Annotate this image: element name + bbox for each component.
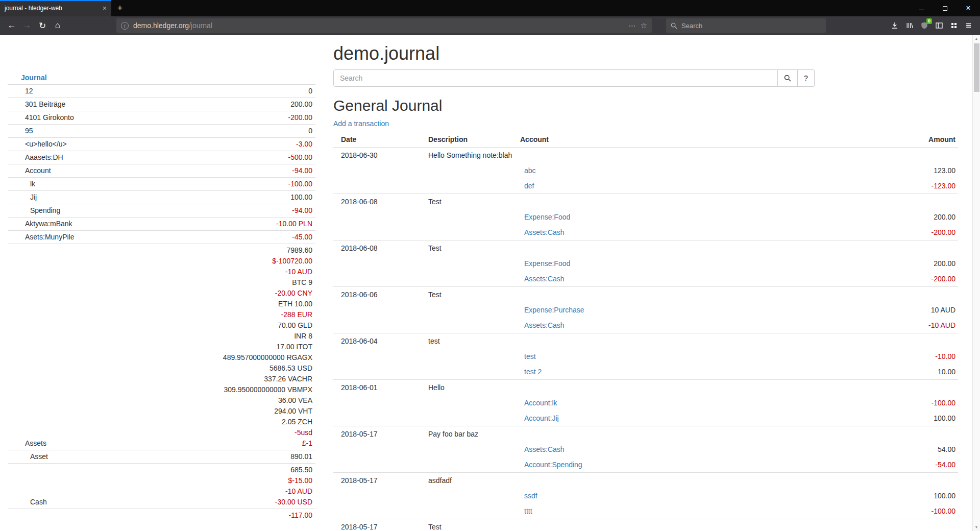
- reload-button[interactable]: ↻: [35, 18, 50, 33]
- account-name-link[interactable]: Cash: [8, 464, 137, 509]
- account-balance: -94.00: [137, 164, 315, 178]
- close-button[interactable]: ×: [957, 0, 980, 16]
- url-bar[interactable]: i demo.hledger.org/journal ⋯ ☆: [116, 18, 652, 33]
- browser-tab[interactable]: journal - hledger-web ×: [0, 0, 111, 16]
- posting-account-link[interactable]: tttt: [524, 507, 532, 515]
- menu-button[interactable]: ≡: [961, 18, 976, 33]
- account-name-link[interactable]: 4101 Girokonto: [8, 111, 137, 125]
- minimize-button[interactable]: [910, 0, 933, 16]
- forward-button[interactable]: →: [19, 18, 35, 33]
- account-name-link[interactable]: Asset: [8, 450, 137, 464]
- posting-account-link[interactable]: Assets:Cash: [524, 321, 565, 329]
- posting-spacer: [333, 395, 518, 411]
- search-help-button[interactable]: ?: [798, 69, 815, 87]
- transaction-row[interactable]: 2018-06-08Test: [333, 240, 958, 256]
- account-name-link[interactable]: 12: [8, 85, 137, 98]
- account-name-link[interactable]: 301 Beiträge: [8, 98, 137, 111]
- add-transaction-link[interactable]: Add a transaction: [333, 119, 389, 128]
- scrollbar-thumb[interactable]: [974, 43, 979, 92]
- apps-grid-button[interactable]: [946, 18, 961, 33]
- maximize-button[interactable]: [933, 0, 957, 16]
- transaction-description: Test: [426, 287, 958, 303]
- url-text: demo.hledger.org/journal: [133, 21, 624, 30]
- back-button[interactable]: ←: [4, 18, 19, 33]
- transaction-row[interactable]: 2018-06-01Hello: [333, 380, 958, 396]
- posting-account-link[interactable]: test: [524, 352, 536, 360]
- balance-amount: -5usd: [140, 427, 312, 438]
- sidebar-account-row: Aktywa:mBank-10.00 PLN: [8, 218, 315, 231]
- adblock-extension-button[interactable]: 0: [917, 18, 932, 33]
- transaction-row[interactable]: 2018-05-17Test: [333, 519, 958, 531]
- posting-account-link[interactable]: Account:Spending: [524, 461, 582, 469]
- transaction-row[interactable]: 2018-06-08Test: [333, 194, 958, 210]
- posting-row: Assets:Cash-200.00: [333, 225, 958, 240]
- restore-icon: [943, 6, 947, 11]
- balance-amount: -288 EUR: [140, 309, 312, 320]
- transaction-date: 2018-05-17: [333, 519, 426, 531]
- account-name-link[interactable]: Spending: [8, 204, 137, 218]
- posting-account-link[interactable]: test 2: [524, 368, 542, 376]
- library-button[interactable]: [902, 18, 917, 33]
- transaction-row[interactable]: 2018-06-04test: [333, 333, 958, 349]
- posting-account-link[interactable]: Expense:Purchase: [524, 306, 584, 314]
- balance-amount: £-1: [140, 438, 312, 449]
- account-name-link[interactable]: Account: [8, 164, 137, 178]
- page-scrollbar[interactable]: ▲ ▼: [972, 35, 980, 531]
- posting-spacer: [333, 442, 518, 457]
- page-actions-icon[interactable]: ⋯: [629, 21, 636, 30]
- downloads-button[interactable]: [887, 18, 902, 33]
- balance-amount: -94.00: [140, 205, 312, 216]
- account-name-link[interactable]: Aaasets:DH: [8, 151, 137, 164]
- bookmark-star-icon[interactable]: ☆: [641, 21, 647, 30]
- home-button[interactable]: ⌂: [50, 18, 65, 33]
- journal-nav-link[interactable]: Journal: [21, 74, 47, 82]
- balance-amount: 309.950000000000 VBMPX: [140, 384, 312, 395]
- posting-spacer: [333, 503, 518, 519]
- account-name-link[interactable]: 95: [8, 125, 137, 138]
- posting-spacer: [333, 256, 518, 271]
- sidebar-account-row: Assets7989.60$-100720.00-10 AUDBTC 9-20.…: [8, 244, 315, 450]
- posting-account-link[interactable]: Assets:Cash: [524, 228, 565, 236]
- account-name-link[interactable]: lk: [8, 178, 137, 191]
- account-name-link[interactable]: Assets: [8, 244, 137, 450]
- posting-account-link[interactable]: ssdf: [524, 492, 537, 500]
- account-name-link[interactable]: Jij: [8, 191, 137, 204]
- account-name-link[interactable]: Asets:MunyPile: [8, 231, 137, 244]
- posting-account-link[interactable]: Assets:Cash: [524, 275, 565, 283]
- transaction-row[interactable]: 2018-05-17asdfadf: [333, 473, 958, 489]
- column-header-date: Date: [333, 132, 426, 148]
- scroll-down-icon[interactable]: ▼: [973, 523, 980, 531]
- transaction-row[interactable]: 2018-06-06Test: [333, 287, 958, 303]
- transaction-row[interactable]: 2018-05-17Pay foo bar baz: [333, 426, 958, 442]
- account-balance: 100.00: [137, 191, 315, 204]
- account-balance: 7989.60$-100720.00-10 AUDBTC 9-20.00 CNY…: [137, 244, 315, 450]
- tab-close-icon[interactable]: ×: [103, 5, 107, 12]
- posting-account-link[interactable]: Assets:Cash: [524, 445, 565, 453]
- posting-account-link[interactable]: Expense:Food: [524, 259, 570, 268]
- balance-amount: -45.00: [140, 232, 312, 243]
- sidebar-account-row: Asset890.01: [8, 450, 315, 464]
- posting-account-link[interactable]: Account:Jij: [524, 414, 559, 422]
- sidebars-button[interactable]: [932, 18, 946, 33]
- journal-search-input[interactable]: [333, 69, 778, 87]
- transaction-description: Test: [426, 519, 958, 531]
- posting-account-link[interactable]: def: [524, 182, 534, 190]
- posting-account-link[interactable]: Account:lk: [524, 399, 557, 407]
- browser-search-box[interactable]: Search: [666, 18, 826, 33]
- posting-account-link[interactable]: abc: [524, 166, 536, 175]
- account-name-link[interactable]: [8, 509, 137, 522]
- new-tab-button[interactable]: +: [111, 0, 129, 16]
- journal-search-button[interactable]: [778, 69, 798, 87]
- account-name-link[interactable]: <u>hello</u>: [8, 138, 137, 151]
- transaction-date: 2018-06-04: [333, 333, 426, 349]
- site-info-icon[interactable]: i: [121, 22, 129, 30]
- transaction-row[interactable]: 2018-06-30Hello Something note:blah: [333, 148, 958, 163]
- account-name-link[interactable]: Aktywa:mBank: [8, 218, 137, 231]
- scroll-up-icon[interactable]: ▲: [973, 35, 980, 42]
- balance-amount: -500.00: [140, 152, 312, 163]
- account-balance: -94.00: [137, 204, 315, 218]
- posting-account-link[interactable]: Expense:Food: [524, 213, 570, 221]
- posting-row: Assets:Cash-200.00: [333, 271, 958, 287]
- transaction-date: 2018-06-08: [333, 194, 426, 210]
- search-icon: [671, 22, 677, 29]
